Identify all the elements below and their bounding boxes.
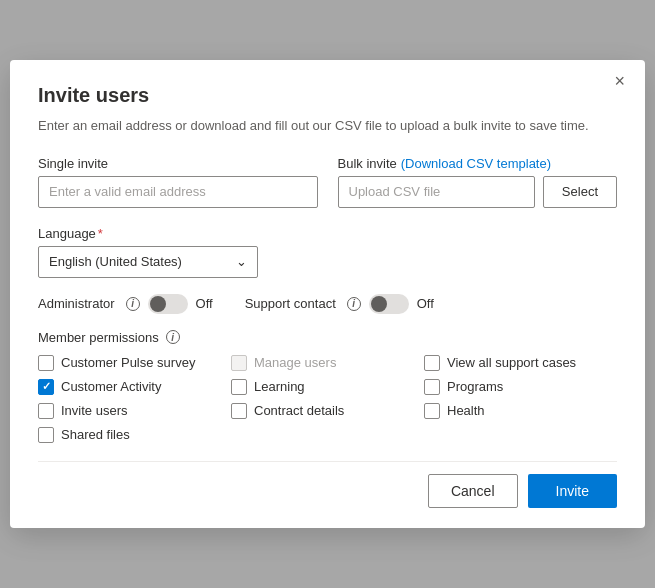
programs-checkbox[interactable] [424, 379, 440, 395]
support-contact-state: Off [417, 296, 434, 311]
administrator-state: Off [196, 296, 213, 311]
checkbox-customer-pulse[interactable]: Customer Pulse survey [38, 355, 231, 371]
permissions-section: Member permissions i Customer Pulse surv… [38, 330, 617, 443]
modal-description: Enter an email address or download and f… [38, 117, 617, 135]
programs-label: Programs [447, 379, 503, 394]
administrator-label: Administrator [38, 296, 115, 311]
modal-overlay: × Invite users Enter an email address or… [0, 0, 655, 588]
customer-activity-label: Customer Activity [61, 379, 161, 394]
checkbox-invite-users[interactable]: Invite users [38, 403, 231, 419]
language-label: Language* [38, 226, 617, 241]
cancel-button[interactable]: Cancel [428, 474, 518, 508]
administrator-toggle-knob [150, 296, 166, 312]
single-invite-col: Single invite [38, 156, 318, 208]
administrator-toggle[interactable] [148, 294, 188, 314]
email-input[interactable] [38, 176, 318, 208]
bulk-invite-col: Bulk invite(Download CSV template) Selec… [338, 156, 618, 208]
modal-title: Invite users [38, 84, 617, 107]
single-invite-label: Single invite [38, 156, 318, 171]
customer-activity-checkbox[interactable]: ✓ [38, 379, 54, 395]
toggles-row: Administrator i Off Support contact i Of… [38, 294, 617, 314]
support-contact-toggle-group: Support contact i Off [245, 294, 434, 314]
required-star: * [98, 226, 103, 241]
checkbox-view-all-support[interactable]: View all support cases [424, 355, 617, 371]
language-selected: English (United States) [49, 254, 182, 269]
support-contact-toggle[interactable] [369, 294, 409, 314]
checkbox-contract-details[interactable]: Contract details [231, 403, 424, 419]
administrator-info-icon[interactable]: i [126, 297, 140, 311]
permissions-info-icon[interactable]: i [166, 330, 180, 344]
customer-pulse-checkbox[interactable] [38, 355, 54, 371]
health-checkbox[interactable] [424, 403, 440, 419]
learning-label: Learning [254, 379, 305, 394]
checkbox-customer-activity[interactable]: ✓ Customer Activity [38, 379, 231, 395]
checkbox-health[interactable]: Health [424, 403, 617, 419]
support-contact-label: Support contact [245, 296, 336, 311]
checkbox-shared-files[interactable]: Shared files [38, 427, 231, 443]
manage-users-label: Manage users [254, 355, 336, 370]
permissions-grid: Customer Pulse survey Manage users View … [38, 355, 617, 443]
invite-users-checkbox[interactable] [38, 403, 54, 419]
contract-details-label: Contract details [254, 403, 344, 418]
close-button[interactable]: × [608, 70, 631, 92]
health-label: Health [447, 403, 485, 418]
view-all-support-checkbox[interactable] [424, 355, 440, 371]
checkbox-programs[interactable]: Programs [424, 379, 617, 395]
shared-files-checkbox[interactable] [38, 427, 54, 443]
bulk-input-row: Select [338, 176, 618, 208]
learning-checkbox[interactable] [231, 379, 247, 395]
support-contact-info-icon[interactable]: i [347, 297, 361, 311]
support-contact-toggle-knob [371, 296, 387, 312]
footer-row: Cancel Invite [38, 461, 617, 508]
contract-details-checkbox[interactable] [231, 403, 247, 419]
checkbox-manage-users: Manage users [231, 355, 424, 371]
manage-users-checkbox [231, 355, 247, 371]
language-section: Language* English (United States) ⌄ [38, 226, 617, 278]
invite-users-label: Invite users [61, 403, 127, 418]
view-all-support-label: View all support cases [447, 355, 576, 370]
customer-pulse-label: Customer Pulse survey [61, 355, 195, 370]
invite-users-modal: × Invite users Enter an email address or… [10, 60, 645, 527]
permissions-title: Member permissions i [38, 330, 617, 345]
download-csv-link[interactable]: (Download CSV template) [401, 156, 551, 171]
invite-fields-row: Single invite Bulk invite(Download CSV t… [38, 156, 617, 208]
csv-upload-input[interactable] [338, 176, 535, 208]
checkbox-learning[interactable]: Learning [231, 379, 424, 395]
select-csv-button[interactable]: Select [543, 176, 617, 208]
bulk-invite-label: Bulk invite(Download CSV template) [338, 156, 618, 171]
shared-files-label: Shared files [61, 427, 130, 442]
administrator-toggle-group: Administrator i Off [38, 294, 213, 314]
checkmark-icon: ✓ [42, 380, 51, 393]
chevron-down-icon: ⌄ [236, 254, 247, 269]
invite-button[interactable]: Invite [528, 474, 617, 508]
language-dropdown[interactable]: English (United States) ⌄ [38, 246, 258, 278]
